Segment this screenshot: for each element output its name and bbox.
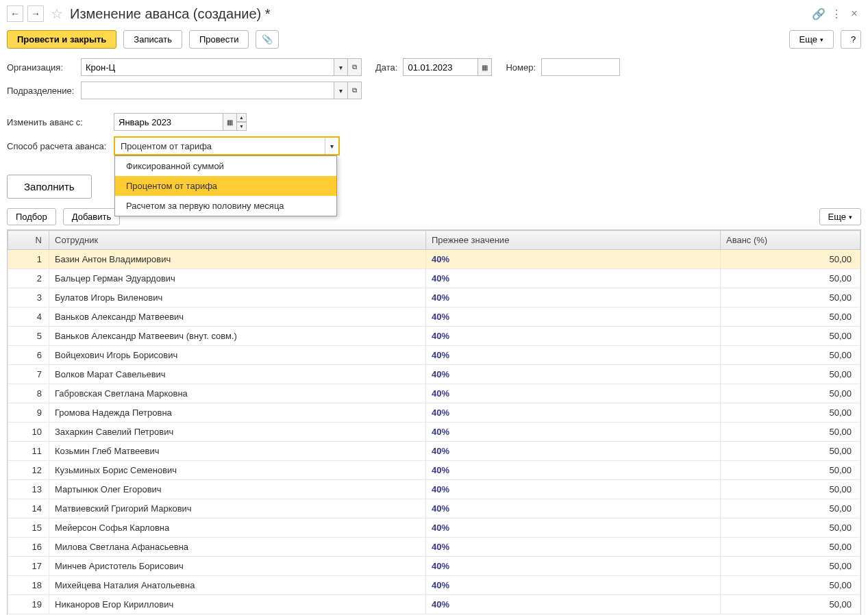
cell-employee: Войцехович Игорь Борисович	[49, 346, 426, 365]
favorite-star-icon[interactable]: ☆	[51, 5, 63, 22]
cell-avans: 50,00	[721, 576, 860, 595]
method-option-fixed[interactable]: Фиксированной суммой	[115, 156, 336, 176]
table-row[interactable]: 17Минчев Аристотель Борисович40%50,00	[8, 557, 860, 576]
cell-employee: Ваньков Александр Матвеевич	[49, 308, 426, 327]
method-select[interactable]: Процентом от тарифа ▾ Фиксированной сумм…	[114, 136, 340, 155]
cell-n: 3	[8, 288, 49, 308]
table-row[interactable]: 11Козьмин Глеб Матвеевич40%50,00	[8, 442, 860, 461]
table-row[interactable]: 15Мейерсон Софья Карловна40%50,00	[8, 518, 860, 538]
post-and-close-button[interactable]: Провести и закрыть	[7, 30, 116, 49]
post-button[interactable]: Провести	[189, 30, 249, 49]
col-header-n[interactable]: N	[8, 231, 49, 250]
select-rows-button[interactable]: Подбор	[7, 208, 56, 225]
cell-n: 17	[8, 557, 49, 576]
method-option-percent[interactable]: Процентом от тарифа	[115, 176, 336, 196]
table-row[interactable]: 19Никаноров Егор Кириллович40%50,00	[8, 595, 860, 614]
close-icon[interactable]: ×	[847, 7, 861, 21]
cell-avans: 50,00	[721, 557, 860, 576]
col-header-employee[interactable]: Сотрудник	[49, 231, 426, 250]
cell-n: 14	[8, 499, 49, 518]
method-select-dropdown-button[interactable]: ▾	[325, 138, 338, 154]
cell-n: 1	[8, 250, 49, 269]
nav-forward-button[interactable]: →	[27, 5, 44, 22]
change-from-down-button[interactable]: ▼	[237, 122, 247, 131]
table-row[interactable]: 14Матвиевский Григорий Маркович40%50,00	[8, 499, 860, 518]
change-from-up-button[interactable]: ▲	[237, 113, 247, 122]
cell-employee: Булатов Игорь Виленович	[49, 288, 426, 308]
org-open-button[interactable]: ⧉	[348, 58, 362, 76]
cell-prev: 40%	[426, 442, 721, 461]
table-row[interactable]: 1Базин Антон Владимирович40%50,00	[8, 250, 860, 269]
col-header-avans[interactable]: Аванс (%)	[721, 231, 860, 250]
open-icon: ⧉	[352, 86, 357, 95]
cell-prev: 40%	[426, 384, 721, 403]
attach-button[interactable]: 📎	[256, 30, 279, 49]
cell-employee: Матвиевский Григорий Маркович	[49, 499, 426, 518]
cell-avans: 50,00	[721, 308, 860, 327]
cell-n: 13	[8, 480, 49, 499]
cell-n: 11	[8, 442, 49, 461]
cell-employee: Михейцева Наталия Анатольевна	[49, 576, 426, 595]
org-input[interactable]	[81, 58, 334, 76]
table-row[interactable]: 18Михейцева Наталия Анатольевна40%50,00	[8, 576, 860, 595]
table-row[interactable]: 8Габровская Светлана Марковна40%50,00	[8, 384, 860, 403]
col-header-prev[interactable]: Прежнее значение	[426, 231, 721, 250]
employee-table-wrapper[interactable]: N Сотрудник Прежнее значение Аванс (%) 1…	[7, 229, 861, 615]
dept-open-button[interactable]: ⧉	[348, 81, 362, 99]
nav-back-button[interactable]: ←	[7, 5, 23, 22]
method-dropdown-list: Фиксированной суммой Процентом от тарифа…	[114, 155, 337, 216]
toolbar-more-button[interactable]: Еще ▾	[789, 30, 834, 49]
table-row[interactable]: 4Ваньков Александр Матвеевич40%50,00	[8, 308, 860, 327]
cell-prev: 40%	[426, 327, 721, 346]
org-dropdown-button[interactable]: ▾	[334, 58, 348, 76]
cell-prev: 40%	[426, 269, 721, 288]
open-icon: ⧉	[352, 63, 357, 71]
dept-dropdown-button[interactable]: ▾	[334, 81, 348, 99]
change-from-calendar-button[interactable]: ▦	[223, 113, 237, 131]
table-row[interactable]: 13Мартынюк Олег Егорович40%50,00	[8, 480, 860, 499]
method-option-calc[interactable]: Расчетом за первую половину месяца	[115, 196, 336, 216]
help-button[interactable]: ?	[841, 30, 861, 49]
change-from-input[interactable]	[114, 113, 223, 131]
table-row[interactable]: 7Волков Марат Савельевич40%50,00	[8, 365, 860, 384]
cell-n: 15	[8, 518, 49, 538]
cell-n: 16	[8, 538, 49, 557]
table-row[interactable]: 6Войцехович Игорь Борисович40%50,00	[8, 346, 860, 365]
fill-button[interactable]: Заполнить	[7, 175, 92, 199]
cell-employee: Минчев Аристотель Борисович	[49, 557, 426, 576]
dept-label: Подразделение:	[7, 86, 75, 96]
save-button[interactable]: Записать	[123, 30, 182, 49]
arrow-right-icon: →	[31, 8, 40, 19]
cell-avans: 50,00	[721, 499, 860, 518]
table-row[interactable]: 10Захаркин Савелий Петрович40%50,00	[8, 423, 860, 442]
chevron-down-icon: ▾	[849, 214, 852, 221]
table-row[interactable]: 3Булатов Игорь Виленович40%50,00	[8, 288, 860, 308]
date-calendar-button[interactable]: ▦	[478, 58, 492, 76]
cell-n: 8	[8, 384, 49, 403]
dept-input[interactable]	[81, 81, 334, 99]
cell-prev: 40%	[426, 308, 721, 327]
cell-avans: 50,00	[721, 461, 860, 480]
method-label: Способ расчета аванса:	[7, 141, 108, 151]
cell-n: 2	[8, 269, 49, 288]
cell-prev: 40%	[426, 250, 721, 269]
kebab-menu-icon[interactable]: ⋮	[830, 7, 843, 21]
cell-avans: 50,00	[721, 327, 860, 346]
cell-avans: 50,00	[721, 365, 860, 384]
cell-prev: 40%	[426, 403, 721, 423]
table-row[interactable]: 16Милова Светлана Афанасьевна40%50,00	[8, 538, 860, 557]
table-row[interactable]: 2Бальцер Герман Эдуардович40%50,00	[8, 269, 860, 288]
arrow-left-icon: ←	[10, 8, 20, 19]
table-row[interactable]: 9Громова Надежда Петровна40%50,00	[8, 403, 860, 423]
cell-n: 7	[8, 365, 49, 384]
cell-avans: 50,00	[721, 288, 860, 308]
cell-prev: 40%	[426, 288, 721, 308]
table-row[interactable]: 5Ваньков Александр Матвеевич (внут. совм…	[8, 327, 860, 346]
add-row-button[interactable]: Добавить	[63, 208, 120, 225]
table-more-button[interactable]: Еще ▾	[819, 208, 861, 225]
cell-prev: 40%	[426, 346, 721, 365]
date-input[interactable]	[403, 58, 478, 76]
table-row[interactable]: 12Кузьминых Борис Семенович40%50,00	[8, 461, 860, 480]
number-input[interactable]	[541, 58, 620, 76]
link-icon[interactable]: 🔗	[812, 7, 826, 21]
